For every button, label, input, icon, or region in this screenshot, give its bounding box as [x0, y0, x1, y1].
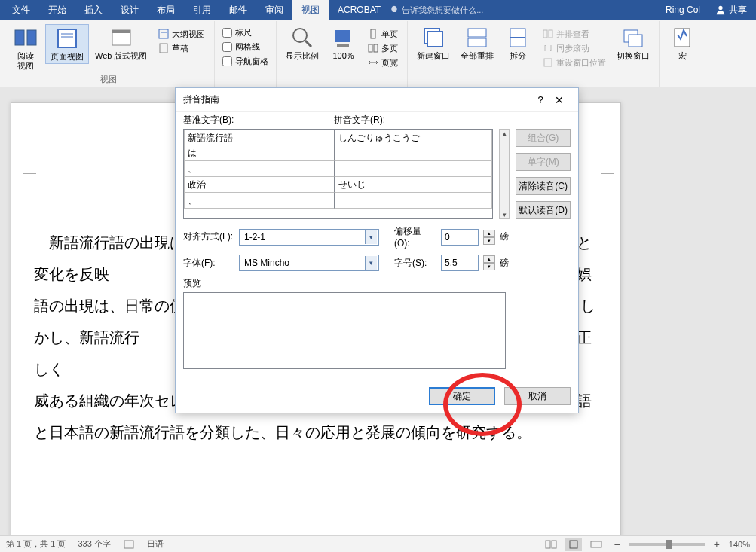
multi-page-button[interactable]: 多页 [366, 41, 399, 55]
arrange-icon [465, 26, 489, 50]
navpane-checkbox[interactable]: 导航窗格 [222, 56, 268, 67]
print-layout-view-icon[interactable] [565, 538, 582, 551]
svg-rect-32 [552, 541, 556, 548]
single-button[interactable]: 单字(M) [516, 153, 571, 171]
macros-button[interactable]: 宏 [664, 24, 700, 63]
dialog-close-button[interactable]: ✕ [548, 94, 571, 106]
dialog-help-button[interactable]: ? [533, 94, 548, 105]
new-window-button[interactable]: 新建窗口 [412, 24, 455, 63]
zoom-out-button[interactable]: − [611, 538, 623, 550]
zoom-in-button[interactable]: + [711, 538, 723, 550]
print-layout-button[interactable]: 页面视图 [45, 24, 89, 64]
grid-scrollbar[interactable]: ▴▾ [499, 129, 510, 219]
side-by-side-button[interactable]: 并排查看 [540, 27, 608, 41]
base-text-label: 基准文字(B): [183, 114, 334, 127]
combine-button[interactable]: 组合(G) [516, 129, 571, 147]
svg-rect-7 [112, 30, 130, 33]
svg-rect-13 [335, 30, 350, 42]
one-page-button[interactable]: 单页 [366, 27, 399, 41]
page-corner-mark-right [601, 173, 614, 187]
svg-point-0 [718, 6, 722, 10]
menu-review[interactable]: 审阅 [256, 0, 292, 20]
menu-references[interactable]: 引用 [184, 0, 220, 20]
font-select[interactable]: MS Mincho▾ [239, 255, 379, 271]
svg-rect-16 [369, 44, 372, 52]
draft-view-button[interactable]: 草稿 [156, 41, 207, 55]
gridlines-checkbox[interactable]: 网格线 [222, 41, 268, 53]
chevron-down-icon: ▾ [365, 256, 377, 270]
ruby-cell[interactable]: せいじ [335, 177, 492, 193]
outline-view-button[interactable]: 大纲视图 [156, 27, 207, 41]
svg-rect-1 [15, 30, 24, 45]
menu-layout[interactable]: 布局 [148, 0, 184, 20]
alignment-label: 对齐方式(L): [183, 230, 234, 243]
page-width-button[interactable]: 页宽 [366, 56, 399, 69]
switch-window-icon [621, 26, 645, 50]
cancel-button[interactable]: 取消 [504, 387, 571, 405]
preview-label: 预览 [183, 277, 571, 290]
default-reading-button[interactable]: 默认读音(D) [516, 201, 571, 219]
web-layout-view-icon[interactable] [588, 538, 604, 551]
web-layout-button[interactable]: Web 版式视图 [90, 24, 152, 63]
status-page[interactable]: 第 1 页，共 1 页 [6, 538, 66, 550]
zoom-100-button[interactable]: 100% [325, 24, 361, 63]
views-group-label: 视图 [8, 72, 210, 87]
spellcheck-icon[interactable] [123, 539, 135, 550]
svg-line-12 [305, 41, 311, 47]
status-word-count[interactable]: 333 个字 [78, 538, 110, 550]
read-mode-button[interactable]: 阅读 视图 [8, 24, 44, 72]
base-cell[interactable]: 、 [184, 161, 335, 177]
menu-insert[interactable]: 插入 [75, 0, 112, 20]
ok-button[interactable]: 确定 [429, 387, 495, 405]
menu-view[interactable]: 视图 [292, 0, 329, 20]
svg-rect-14 [337, 44, 349, 47]
ribbon: 阅读 视图 页面视图 Web 版式视图 大纲视图 草稿 视图 [0, 20, 756, 87]
menu-file[interactable]: 文件 [3, 0, 39, 20]
reset-position-button[interactable]: 重设窗口位置 [540, 56, 608, 69]
user-name[interactable]: Ring Col [666, 5, 700, 15]
clear-reading-button[interactable]: 清除读音(C) [516, 177, 571, 195]
web-layout-icon [109, 26, 133, 50]
tell-me-search[interactable]: 告诉我您想要做什么... [390, 5, 483, 16]
ruler-checkbox[interactable]: 标尺 [222, 27, 268, 38]
svg-rect-2 [27, 30, 36, 45]
ruby-cell[interactable]: しんごりゅうこうご [335, 130, 492, 145]
chevron-down-icon: ▾ [365, 230, 377, 244]
base-cell[interactable]: 政治 [184, 177, 335, 193]
alignment-select[interactable]: 1-2-1▾ [239, 229, 379, 246]
svg-rect-8 [159, 29, 168, 38]
ruby-cell[interactable] [335, 145, 492, 161]
zoom-button[interactable]: 显示比例 [281, 24, 323, 63]
svg-rect-19 [427, 32, 442, 47]
split-button[interactable]: 拆分 [500, 24, 536, 63]
sync-scroll-button[interactable]: 同步滚动 [540, 41, 608, 55]
svg-point-11 [293, 29, 307, 42]
status-language[interactable]: 日语 [147, 538, 164, 550]
svg-rect-25 [549, 30, 552, 38]
zoom-percent[interactable]: 140% [729, 540, 750, 549]
share-button[interactable]: 共享 [709, 4, 753, 17]
base-cell[interactable]: は [184, 145, 335, 161]
ruby-cell[interactable] [335, 161, 492, 177]
read-mode-view-icon[interactable] [543, 538, 559, 551]
new-window-icon [421, 26, 445, 50]
base-cell[interactable]: 、 [184, 193, 335, 209]
read-mode-icon [14, 26, 38, 50]
ruby-cell[interactable] [335, 193, 492, 209]
menu-mailings[interactable]: 邮件 [220, 0, 256, 20]
ribbon-group-show: 标尺 网格线 导航窗格 [215, 21, 277, 87]
menu-home[interactable]: 开始 [39, 0, 75, 20]
arrange-all-button[interactable]: 全部重排 [456, 24, 498, 63]
offset-input[interactable]: 0 [441, 229, 479, 246]
size-input[interactable]: 5.5 [441, 255, 479, 271]
menu-acrobat[interactable]: ACROBAT [329, 0, 390, 20]
size-spinner[interactable]: ▴▾ [483, 255, 495, 270]
offset-spinner[interactable]: ▴▾ [483, 230, 495, 245]
svg-rect-15 [371, 29, 375, 38]
dialog-titlebar[interactable]: 拼音指南 ? ✕ [176, 88, 578, 112]
switch-window-button[interactable]: 切换窗口 [612, 24, 654, 63]
zoom-slider[interactable] [629, 543, 705, 546]
svg-rect-26 [544, 59, 552, 66]
menu-design[interactable]: 设计 [112, 0, 148, 20]
base-cell[interactable]: 新語流行語 [184, 130, 335, 145]
